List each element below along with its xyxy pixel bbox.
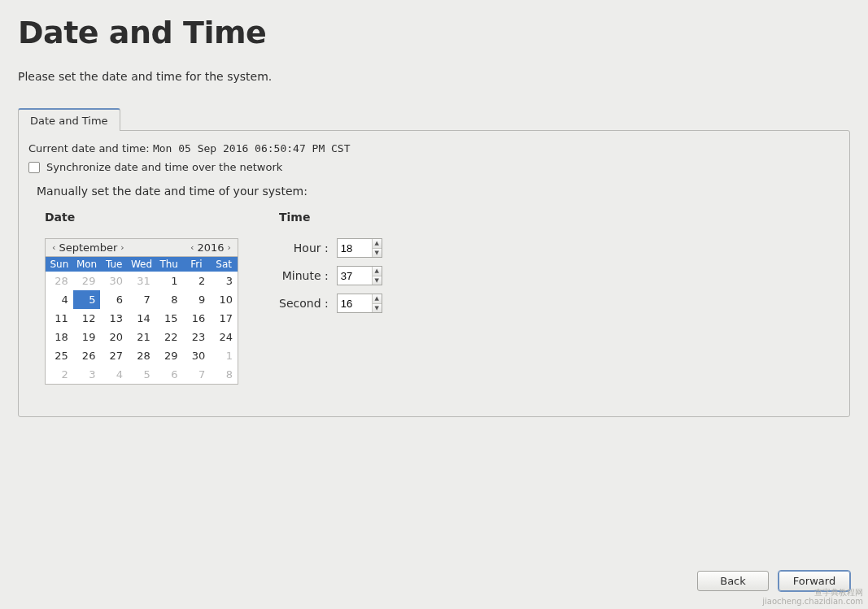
calendar-day[interactable]: 13 (100, 309, 128, 328)
calendar-day[interactable]: 16 (183, 309, 211, 328)
minute-input[interactable] (338, 267, 372, 285)
calendar-day[interactable]: 28 (46, 272, 73, 290)
calendar-day[interactable]: 1 (210, 346, 238, 365)
minute-down-button[interactable]: ▼ (373, 276, 382, 285)
current-datetime-value: Mon 05 Sep 2016 06:50:47 PM CST (153, 142, 351, 154)
calendar-day[interactable]: 29 (155, 346, 183, 365)
calendar-weekday-header: Tue (100, 257, 128, 272)
calendar-day[interactable]: 3 (210, 272, 238, 290)
calendar-day[interactable]: 11 (46, 309, 73, 328)
prev-year-button[interactable]: ‹ (189, 242, 195, 253)
sync-network-checkbox[interactable] (28, 162, 40, 173)
calendar-day[interactable]: 31 (128, 272, 155, 290)
manual-set-label: Manually set the date and time of your s… (37, 185, 840, 198)
calendar-day[interactable]: 23 (183, 328, 211, 346)
calendar-day[interactable]: 26 (73, 346, 101, 365)
calendar-day[interactable]: 10 (210, 290, 238, 309)
calendar-day[interactable]: 27 (100, 346, 128, 365)
calendar-weekday-header: Thu (155, 257, 183, 272)
date-heading: Date (45, 211, 238, 224)
second-down-button[interactable]: ▼ (373, 304, 382, 313)
calendar-day[interactable]: 2 (183, 272, 211, 290)
calendar-year-label: 2016 (198, 241, 225, 254)
calendar-day[interactable]: 5 (73, 290, 101, 309)
calendar-day[interactable]: 18 (46, 328, 73, 346)
second-label: Second : (279, 297, 329, 310)
second-input[interactable] (338, 294, 372, 312)
calendar: ‹ September › ‹ 2016 › SunMonTueWed (45, 238, 238, 385)
calendar-weekday-header: Mon (73, 257, 101, 272)
hour-down-button[interactable]: ▼ (373, 249, 382, 258)
page-title: Date and Time (18, 15, 850, 50)
prev-month-button[interactable]: ‹ (50, 242, 57, 253)
calendar-day[interactable]: 3 (73, 365, 101, 384)
minute-spinner[interactable]: ▲ ▼ (337, 266, 382, 285)
calendar-day[interactable]: 20 (100, 328, 128, 346)
hour-label: Hour : (279, 241, 329, 254)
current-datetime-label: Current date and time: (28, 142, 150, 154)
calendar-day[interactable]: 9 (183, 290, 211, 309)
calendar-day[interactable]: 6 (155, 365, 183, 384)
next-month-button[interactable]: › (119, 242, 125, 253)
sync-network-label: Synchronize date and time over the netwo… (46, 161, 282, 173)
calendar-day[interactable]: 17 (210, 309, 238, 328)
time-heading: Time (279, 211, 382, 224)
minute-label: Minute : (279, 269, 329, 282)
minute-up-button[interactable]: ▲ (373, 267, 382, 276)
calendar-month-label: September (59, 241, 117, 254)
calendar-day[interactable]: 7 (128, 290, 155, 309)
calendar-grid: SunMonTueWedThuFriSat 282930311234567891… (46, 257, 238, 384)
calendar-day[interactable]: 28 (128, 346, 155, 365)
second-spinner[interactable]: ▲ ▼ (337, 294, 382, 313)
hour-up-button[interactable]: ▲ (373, 239, 382, 249)
calendar-weekday-header: Wed (128, 257, 155, 272)
tab-panel: Current date and time: Mon 05 Sep 2016 0… (18, 130, 850, 417)
calendar-day[interactable]: 4 (100, 365, 128, 384)
calendar-day[interactable]: 25 (46, 346, 73, 365)
calendar-day[interactable]: 12 (73, 309, 101, 328)
calendar-day[interactable]: 21 (128, 328, 155, 346)
second-up-button[interactable]: ▲ (373, 294, 382, 304)
hour-spinner[interactable]: ▲ ▼ (337, 238, 382, 258)
calendar-day[interactable]: 22 (155, 328, 183, 346)
calendar-day[interactable]: 30 (100, 272, 128, 290)
calendar-day[interactable]: 1 (155, 272, 183, 290)
calendar-day[interactable]: 7 (183, 365, 211, 384)
calendar-day[interactable]: 30 (183, 346, 211, 365)
back-button[interactable]: Back (697, 571, 769, 591)
calendar-weekday-header: Sat (210, 257, 238, 272)
calendar-weekday-header: Sun (46, 257, 73, 272)
calendar-day[interactable]: 4 (46, 290, 73, 309)
calendar-day[interactable]: 19 (73, 328, 101, 346)
calendar-day[interactable]: 8 (210, 365, 238, 384)
calendar-day[interactable]: 15 (155, 309, 183, 328)
calendar-day[interactable]: 6 (100, 290, 128, 309)
hour-input[interactable] (338, 239, 372, 257)
intro-text: Please set the date and time for the sys… (18, 70, 850, 83)
next-year-button[interactable]: › (226, 242, 233, 253)
calendar-day[interactable]: 5 (128, 365, 155, 384)
calendar-day[interactable]: 8 (155, 290, 183, 309)
calendar-day[interactable]: 24 (210, 328, 238, 346)
calendar-day[interactable]: 14 (128, 309, 155, 328)
forward-button[interactable]: Forward (779, 571, 850, 591)
calendar-weekday-header: Fri (183, 257, 211, 272)
calendar-day[interactable]: 2 (46, 365, 73, 384)
tab-date-and-time[interactable]: Date and Time (18, 108, 120, 131)
calendar-day[interactable]: 29 (73, 272, 101, 290)
